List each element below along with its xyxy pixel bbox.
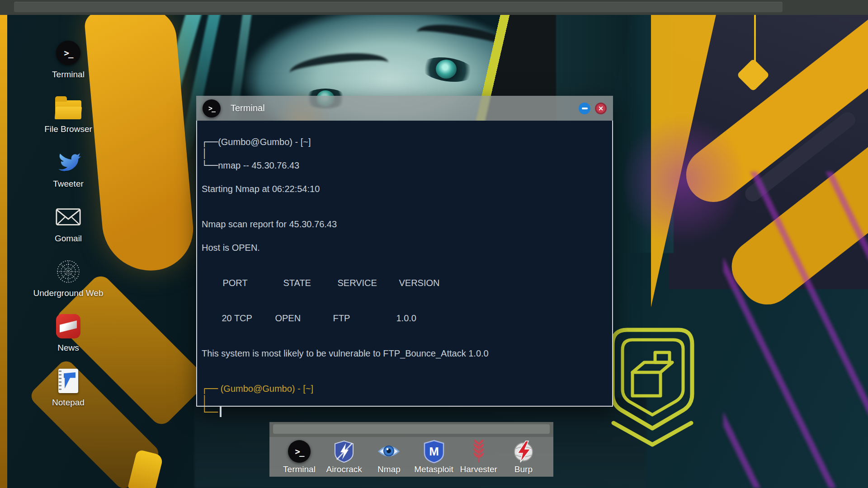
dock: >_ Terminal Airocrack (269, 422, 553, 477)
dock-item-metasploit[interactable]: M Metasploit (412, 440, 456, 474)
desktop-icon-label: Tweeter (53, 179, 84, 189)
dock-item-label: Nmap (377, 465, 401, 474)
terminal-icon: >_ (203, 99, 221, 117)
desktop-icon-label: Underground Web (33, 288, 104, 298)
dock-item-burp[interactable]: Burp (502, 440, 545, 474)
close-icon: ✕ (598, 105, 604, 112)
web-globe-icon (56, 259, 81, 284)
scan-table-header: PORTSTATESERVICEVERSION (202, 265, 606, 300)
dock-item-label: Metasploit (414, 465, 453, 474)
dock-item-label: Burp (514, 465, 533, 474)
output-line-report: Nmap scan report for 45.30.76.43 (202, 218, 606, 230)
shield-m-icon: M (422, 440, 446, 463)
desktop-icon-gomail[interactable]: Gomail (26, 204, 110, 244)
terminal-window: >_ Terminal ✕ ┌──(Gumbo@Gumbo) - [~] │ └… (196, 96, 613, 407)
desktop-icon-label: Gomail (55, 234, 82, 244)
wallpaper-iris (436, 60, 457, 79)
terminal-output[interactable]: ┌──(Gumbo@Gumbo) - [~] │ └──nmap -- 45.3… (196, 121, 613, 407)
desktop-icon-underground-web[interactable]: Underground Web (26, 258, 110, 298)
output-line-starting: Starting Nmap at 06:22:54:10 (202, 183, 606, 195)
minimize-icon (582, 108, 588, 109)
desktop-icon-terminal[interactable]: >_ Terminal (26, 40, 110, 80)
desktop-icon-file-browser[interactable]: File Browser (26, 94, 110, 134)
wallpaper-neon-cube (599, 316, 708, 452)
close-button[interactable]: ✕ (595, 103, 607, 114)
desktop-icon-column: >_ Terminal File Browser Tweeter (26, 40, 110, 408)
prompt-line: ┌── (Gumbo@Gumbo) - [~] (202, 383, 606, 394)
terminal-icon: >_ (288, 440, 311, 463)
svg-text:M: M (429, 445, 439, 458)
wallpaper-purple-streaks (723, 172, 868, 488)
window-titlebar[interactable]: >_ Terminal ✕ (196, 96, 613, 121)
desktop: >_ Terminal File Browser Tweeter (0, 0, 868, 488)
wallpaper-left-stripe (0, 0, 7, 488)
prompt-line: │ (202, 394, 606, 406)
dock-item-airocrack[interactable]: Airocrack (322, 440, 366, 474)
folder-icon (55, 100, 81, 119)
bird-icon (56, 151, 81, 173)
dock-header (269, 422, 553, 437)
top-bar (0, 0, 868, 15)
news-icon (56, 314, 80, 338)
notepad-icon (58, 369, 78, 393)
output-line-vulnerability: This system is most likely to be vulnera… (202, 347, 606, 359)
desktop-icon-notepad[interactable]: Notepad (26, 368, 110, 408)
desktop-icon-news[interactable]: News (26, 313, 110, 353)
envelope-icon (55, 206, 81, 227)
top-bar-panel (14, 2, 783, 12)
dock-item-terminal[interactable]: >_ Terminal (278, 440, 321, 474)
wheat-icon (467, 440, 491, 463)
window-title: Terminal (231, 103, 574, 113)
prompt-line: │ (202, 148, 606, 160)
desktop-icon-tweeter[interactable]: Tweeter (26, 149, 110, 189)
dock-items: >_ Terminal Airocrack (269, 437, 553, 477)
wallpaper-purple-glow (624, 108, 741, 253)
dock-item-harvester[interactable]: Harvester (457, 440, 500, 474)
shield-bolt-icon (332, 440, 356, 463)
prompt-line: ┌──(Gumbo@Gumbo) - [~] (202, 136, 606, 148)
eye-icon (377, 440, 401, 463)
dock-item-nmap[interactable]: Nmap (367, 440, 410, 474)
text-cursor (220, 406, 222, 417)
desktop-icon-label: Terminal (52, 70, 85, 80)
output-line-host: Host is OPEN. (202, 242, 606, 253)
dock-item-label: Harvester (460, 465, 497, 474)
desktop-icon-label: File Browser (44, 124, 92, 134)
prompt-input-line[interactable]: └── (202, 406, 606, 418)
red-bolt-globe-icon (512, 440, 535, 463)
command-line: └──nmap -- 45.30.76.43 (202, 160, 606, 171)
dock-item-label: Airocrack (326, 465, 362, 474)
desktop-icon-label: News (57, 343, 79, 353)
minimize-button[interactable] (579, 103, 590, 114)
dock-item-label: Terminal (283, 465, 316, 474)
scan-table-row: 20 TCPOPENFTP1.0.0 (202, 300, 606, 336)
terminal-icon: >_ (56, 41, 80, 65)
desktop-icon-label: Notepad (52, 398, 85, 408)
